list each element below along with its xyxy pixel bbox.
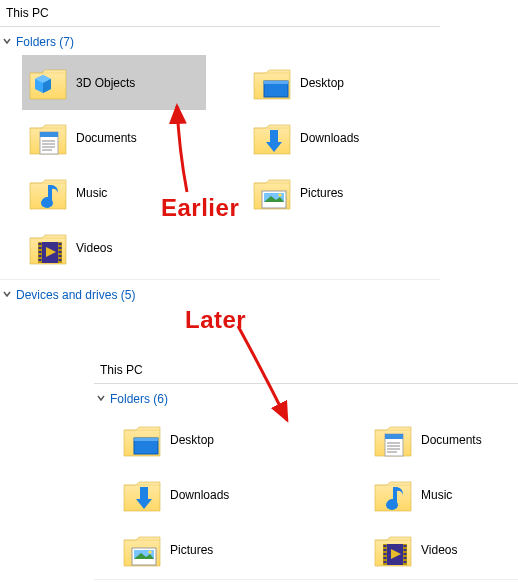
folder-item-music[interactable]: Music <box>367 467 508 522</box>
folder-label: Documents <box>76 131 137 145</box>
folder-label: Music <box>76 186 107 200</box>
folder-item-pictures[interactable]: Pictures <box>246 165 430 220</box>
folder-item-videos[interactable]: Videos <box>22 220 206 275</box>
breadcrumb[interactable]: This PC <box>0 1 440 27</box>
documents-icon <box>28 118 68 158</box>
chevron-down-icon <box>2 288 12 302</box>
folder-label: Downloads <box>300 131 359 145</box>
devices-group-header[interactable]: Devices and drives (5) <box>0 279 440 308</box>
folder-item-3d-objects[interactable]: 3D Objects <box>22 55 206 110</box>
folders-group-header[interactable]: Folders (6) <box>94 384 518 412</box>
folder-item-videos[interactable]: Videos <box>367 522 508 577</box>
desktop-icon <box>252 63 292 103</box>
later-explorer-pane: This PC Folders (6) Desktop Documents Do… <box>94 358 518 582</box>
downloads-icon <box>122 475 162 515</box>
folders-header-label: Folders (7) <box>16 35 74 49</box>
documents-icon <box>373 420 413 460</box>
chevron-down-icon <box>96 392 106 406</box>
music-icon <box>373 475 413 515</box>
folder-label: Desktop <box>300 76 344 90</box>
pictures-icon <box>122 530 162 570</box>
3d-objects-icon <box>28 63 68 103</box>
folder-label: Videos <box>421 543 457 557</box>
folder-label: Downloads <box>170 488 229 502</box>
folder-item-downloads[interactable]: Downloads <box>246 110 430 165</box>
earlier-explorer-pane: This PC Folders (7) 3D Objects Desktop D… <box>0 1 440 308</box>
videos-icon <box>28 228 68 268</box>
downloads-icon <box>252 118 292 158</box>
folder-label: Pictures <box>170 543 213 557</box>
folders-group-header[interactable]: Folders (7) <box>0 27 440 55</box>
videos-icon <box>373 530 413 570</box>
chevron-down-icon <box>2 35 12 49</box>
folders-grid: 3D Objects Desktop Documents Downloads M… <box>0 55 440 275</box>
folder-label: 3D Objects <box>76 76 135 90</box>
folder-item-documents[interactable]: Documents <box>22 110 206 165</box>
folder-label: Videos <box>76 241 112 255</box>
folders-header-label: Folders (6) <box>110 392 168 406</box>
annotation-later-label: Later <box>185 306 246 334</box>
folder-label: Desktop <box>170 433 214 447</box>
folders-grid: Desktop Documents Downloads Music Pictur… <box>94 412 518 577</box>
folder-item-documents[interactable]: Documents <box>367 412 508 467</box>
annotation-earlier-label: Earlier <box>161 194 239 222</box>
folder-label: Pictures <box>300 186 343 200</box>
folder-item-downloads[interactable]: Downloads <box>116 467 257 522</box>
music-icon <box>28 173 68 213</box>
folder-item-desktop[interactable]: Desktop <box>116 412 257 467</box>
folder-item-desktop[interactable]: Desktop <box>246 55 430 110</box>
folder-label: Documents <box>421 433 482 447</box>
folder-label: Music <box>421 488 452 502</box>
breadcrumb[interactable]: This PC <box>94 358 518 384</box>
folder-item-pictures[interactable]: Pictures <box>116 522 257 577</box>
desktop-icon <box>122 420 162 460</box>
devices-header-label: Devices and drives (5) <box>16 288 135 302</box>
pictures-icon <box>252 173 292 213</box>
